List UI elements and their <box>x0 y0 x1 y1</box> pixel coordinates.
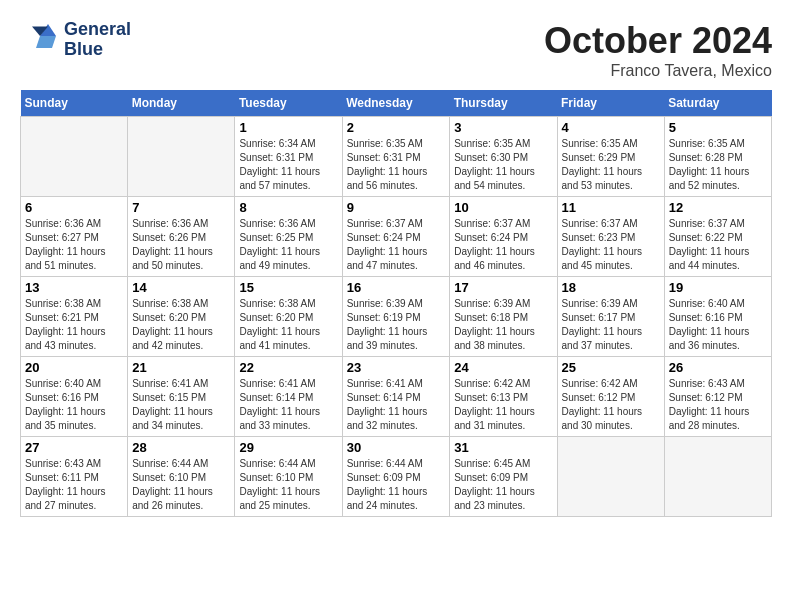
day-number: 16 <box>347 280 446 295</box>
title-area: October 2024 Franco Tavera, Mexico <box>544 20 772 80</box>
calendar-cell: 28Sunrise: 6:44 AMSunset: 6:10 PMDayligh… <box>128 437 235 517</box>
day-number: 28 <box>132 440 230 455</box>
day-info: Sunrise: 6:38 AMSunset: 6:21 PMDaylight:… <box>25 297 123 353</box>
day-number: 27 <box>25 440 123 455</box>
calendar-cell: 18Sunrise: 6:39 AMSunset: 6:17 PMDayligh… <box>557 277 664 357</box>
day-info: Sunrise: 6:41 AMSunset: 6:14 PMDaylight:… <box>239 377 337 433</box>
calendar-cell: 19Sunrise: 6:40 AMSunset: 6:16 PMDayligh… <box>664 277 771 357</box>
day-number: 23 <box>347 360 446 375</box>
day-info: Sunrise: 6:42 AMSunset: 6:13 PMDaylight:… <box>454 377 552 433</box>
logo: General Blue <box>20 20 131 60</box>
calendar-cell: 2Sunrise: 6:35 AMSunset: 6:31 PMDaylight… <box>342 117 450 197</box>
day-info: Sunrise: 6:35 AMSunset: 6:28 PMDaylight:… <box>669 137 767 193</box>
day-number: 1 <box>239 120 337 135</box>
weekday-header: Monday <box>128 90 235 117</box>
logo-text: General Blue <box>64 20 131 60</box>
day-number: 4 <box>562 120 660 135</box>
day-number: 5 <box>669 120 767 135</box>
day-number: 31 <box>454 440 552 455</box>
day-number: 14 <box>132 280 230 295</box>
calendar-cell <box>557 437 664 517</box>
calendar-cell: 30Sunrise: 6:44 AMSunset: 6:09 PMDayligh… <box>342 437 450 517</box>
weekday-header: Sunday <box>21 90 128 117</box>
day-number: 19 <box>669 280 767 295</box>
calendar-week-row: 27Sunrise: 6:43 AMSunset: 6:11 PMDayligh… <box>21 437 772 517</box>
calendar-cell: 25Sunrise: 6:42 AMSunset: 6:12 PMDayligh… <box>557 357 664 437</box>
day-number: 3 <box>454 120 552 135</box>
day-info: Sunrise: 6:34 AMSunset: 6:31 PMDaylight:… <box>239 137 337 193</box>
calendar-cell: 3Sunrise: 6:35 AMSunset: 6:30 PMDaylight… <box>450 117 557 197</box>
day-info: Sunrise: 6:37 AMSunset: 6:23 PMDaylight:… <box>562 217 660 273</box>
page-header: General Blue October 2024 Franco Tavera,… <box>20 20 772 80</box>
calendar-week-row: 13Sunrise: 6:38 AMSunset: 6:21 PMDayligh… <box>21 277 772 357</box>
day-number: 2 <box>347 120 446 135</box>
calendar-cell <box>21 117 128 197</box>
calendar-cell: 22Sunrise: 6:41 AMSunset: 6:14 PMDayligh… <box>235 357 342 437</box>
day-info: Sunrise: 6:36 AMSunset: 6:26 PMDaylight:… <box>132 217 230 273</box>
calendar-table: SundayMondayTuesdayWednesdayThursdayFrid… <box>20 90 772 517</box>
day-number: 7 <box>132 200 230 215</box>
calendar-cell: 1Sunrise: 6:34 AMSunset: 6:31 PMDaylight… <box>235 117 342 197</box>
day-number: 20 <box>25 360 123 375</box>
calendar-body: 1Sunrise: 6:34 AMSunset: 6:31 PMDaylight… <box>21 117 772 517</box>
calendar-week-row: 20Sunrise: 6:40 AMSunset: 6:16 PMDayligh… <box>21 357 772 437</box>
day-info: Sunrise: 6:39 AMSunset: 6:19 PMDaylight:… <box>347 297 446 353</box>
day-info: Sunrise: 6:37 AMSunset: 6:24 PMDaylight:… <box>454 217 552 273</box>
day-info: Sunrise: 6:41 AMSunset: 6:14 PMDaylight:… <box>347 377 446 433</box>
day-info: Sunrise: 6:37 AMSunset: 6:22 PMDaylight:… <box>669 217 767 273</box>
day-number: 26 <box>669 360 767 375</box>
day-number: 11 <box>562 200 660 215</box>
day-number: 10 <box>454 200 552 215</box>
day-info: Sunrise: 6:35 AMSunset: 6:29 PMDaylight:… <box>562 137 660 193</box>
calendar-cell: 20Sunrise: 6:40 AMSunset: 6:16 PMDayligh… <box>21 357 128 437</box>
weekday-header: Tuesday <box>235 90 342 117</box>
calendar-cell: 11Sunrise: 6:37 AMSunset: 6:23 PMDayligh… <box>557 197 664 277</box>
day-number: 29 <box>239 440 337 455</box>
location-title: Franco Tavera, Mexico <box>544 62 772 80</box>
weekday-header: Friday <box>557 90 664 117</box>
day-number: 12 <box>669 200 767 215</box>
day-number: 8 <box>239 200 337 215</box>
day-info: Sunrise: 6:41 AMSunset: 6:15 PMDaylight:… <box>132 377 230 433</box>
svg-marker-1 <box>36 36 56 48</box>
day-info: Sunrise: 6:38 AMSunset: 6:20 PMDaylight:… <box>239 297 337 353</box>
day-info: Sunrise: 6:38 AMSunset: 6:20 PMDaylight:… <box>132 297 230 353</box>
logo-line1: General <box>64 20 131 40</box>
calendar-cell: 6Sunrise: 6:36 AMSunset: 6:27 PMDaylight… <box>21 197 128 277</box>
day-info: Sunrise: 6:44 AMSunset: 6:10 PMDaylight:… <box>239 457 337 513</box>
day-info: Sunrise: 6:43 AMSunset: 6:11 PMDaylight:… <box>25 457 123 513</box>
calendar-cell: 8Sunrise: 6:36 AMSunset: 6:25 PMDaylight… <box>235 197 342 277</box>
month-title: October 2024 <box>544 20 772 62</box>
logo-icon <box>20 20 60 60</box>
calendar-cell: 27Sunrise: 6:43 AMSunset: 6:11 PMDayligh… <box>21 437 128 517</box>
calendar-cell: 17Sunrise: 6:39 AMSunset: 6:18 PMDayligh… <box>450 277 557 357</box>
logo-line2: Blue <box>64 40 131 60</box>
day-number: 6 <box>25 200 123 215</box>
day-info: Sunrise: 6:37 AMSunset: 6:24 PMDaylight:… <box>347 217 446 273</box>
weekday-header: Saturday <box>664 90 771 117</box>
day-info: Sunrise: 6:44 AMSunset: 6:10 PMDaylight:… <box>132 457 230 513</box>
calendar-cell: 7Sunrise: 6:36 AMSunset: 6:26 PMDaylight… <box>128 197 235 277</box>
day-number: 25 <box>562 360 660 375</box>
calendar-week-row: 6Sunrise: 6:36 AMSunset: 6:27 PMDaylight… <box>21 197 772 277</box>
calendar-cell <box>664 437 771 517</box>
calendar-cell: 31Sunrise: 6:45 AMSunset: 6:09 PMDayligh… <box>450 437 557 517</box>
day-info: Sunrise: 6:40 AMSunset: 6:16 PMDaylight:… <box>669 297 767 353</box>
calendar-cell: 21Sunrise: 6:41 AMSunset: 6:15 PMDayligh… <box>128 357 235 437</box>
calendar-week-row: 1Sunrise: 6:34 AMSunset: 6:31 PMDaylight… <box>21 117 772 197</box>
day-info: Sunrise: 6:39 AMSunset: 6:17 PMDaylight:… <box>562 297 660 353</box>
calendar-cell <box>128 117 235 197</box>
calendar-header-row: SundayMondayTuesdayWednesdayThursdayFrid… <box>21 90 772 117</box>
day-info: Sunrise: 6:36 AMSunset: 6:25 PMDaylight:… <box>239 217 337 273</box>
day-number: 17 <box>454 280 552 295</box>
calendar-cell: 26Sunrise: 6:43 AMSunset: 6:12 PMDayligh… <box>664 357 771 437</box>
day-number: 9 <box>347 200 446 215</box>
calendar-cell: 15Sunrise: 6:38 AMSunset: 6:20 PMDayligh… <box>235 277 342 357</box>
calendar-cell: 9Sunrise: 6:37 AMSunset: 6:24 PMDaylight… <box>342 197 450 277</box>
day-number: 21 <box>132 360 230 375</box>
day-number: 22 <box>239 360 337 375</box>
day-info: Sunrise: 6:40 AMSunset: 6:16 PMDaylight:… <box>25 377 123 433</box>
day-number: 18 <box>562 280 660 295</box>
calendar-cell: 12Sunrise: 6:37 AMSunset: 6:22 PMDayligh… <box>664 197 771 277</box>
calendar-cell: 5Sunrise: 6:35 AMSunset: 6:28 PMDaylight… <box>664 117 771 197</box>
